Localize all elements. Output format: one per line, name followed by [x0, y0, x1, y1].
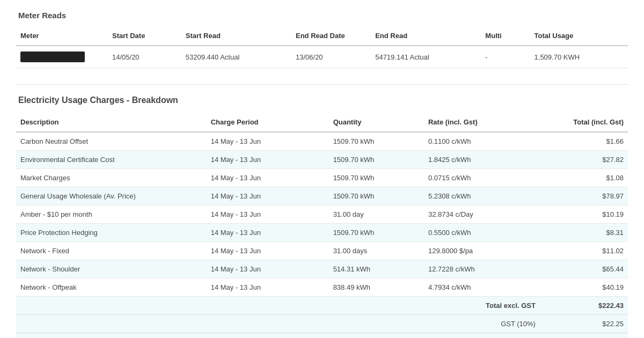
electricity-charges-title: Electricity Usage Charges - Breakdown	[16, 95, 628, 105]
summary-total-incl-gst-row: Total incl. GST $244.68	[16, 333, 628, 339]
meter-col-header-endreaddate: End Read Date	[291, 26, 371, 46]
gst-amount: $22.25	[546, 315, 628, 333]
meter-table-row: 14/05/20 53209.440 Actual 13/06/20 54719…	[16, 46, 628, 68]
charge-quantity: 1509.70 kWh	[329, 151, 424, 169]
section-divider	[16, 84, 628, 85]
charge-row: Network - Offpeak 14 May - 13 Jun 838.49…	[16, 278, 628, 297]
charge-rate: 1.8425 c/kWh	[424, 151, 546, 169]
meter-col-header-multi: Multi	[481, 26, 530, 46]
col-header-description: Description	[16, 113, 207, 132]
charge-period: 14 May - 13 Jun	[207, 242, 329, 260]
summary-empty-1	[16, 297, 424, 315]
charge-total: $40.19	[546, 278, 628, 297]
meter-start-read: 53209.440 Actual	[181, 46, 291, 68]
charge-quantity: 31.00 days	[329, 242, 424, 260]
charge-period: 14 May - 13 Jun	[207, 224, 329, 242]
charge-description: Price Protection Hedging	[16, 224, 207, 242]
charge-total: $8.31	[546, 224, 628, 242]
charge-description: Network - Offpeak	[16, 278, 207, 297]
charge-rate: 32.8734 c/Day	[424, 205, 546, 224]
charge-quantity: 31.00 day	[329, 205, 424, 224]
charge-period: 14 May - 13 Jun	[207, 151, 329, 169]
charge-period: 14 May - 13 Jun	[207, 187, 329, 205]
meter-col-header-endread: End Read	[371, 26, 481, 46]
charge-row: Price Protection Hedging 14 May - 13 Jun…	[16, 224, 628, 242]
total-incl-gst-amount: $244.68	[546, 333, 628, 339]
charge-period: 14 May - 13 Jun	[207, 260, 329, 278]
charges-table: Description Charge Period Quantity Rate …	[16, 113, 628, 338]
col-header-period: Charge Period	[207, 113, 329, 132]
meter-total-usage: 1,509.70 KWH	[530, 46, 628, 68]
charge-row: General Usage Wholesale (Av. Price) 14 M…	[16, 187, 628, 205]
charge-description: General Usage Wholesale (Av. Price)	[16, 187, 207, 205]
charge-quantity: 1509.70 kWh	[329, 187, 424, 205]
charge-quantity: 514.31 kWh	[329, 260, 424, 278]
total-excl-gst-amount: $222.43	[546, 297, 628, 315]
col-header-rate: Rate (incl. Gst)	[424, 113, 546, 132]
summary-gst-row: GST (10%) $22.25	[16, 315, 628, 333]
meter-col-header-totalusage: Total Usage	[530, 26, 628, 46]
meter-col-header-meter: Meter	[16, 26, 108, 46]
charge-description: Network - Fixed	[16, 242, 207, 260]
charge-period: 14 May - 13 Jun	[207, 278, 329, 297]
total-incl-gst-label: Total incl. GST	[424, 333, 546, 339]
charge-quantity: 1509.70 kWh	[329, 224, 424, 242]
charge-rate: 0.1100 c/kWh	[424, 132, 546, 151]
charge-period: 14 May - 13 Jun	[207, 132, 329, 151]
summary-empty-3	[16, 333, 424, 339]
charge-total: $27.82	[546, 151, 628, 169]
charge-row: Market Charges 14 May - 13 Jun 1509.70 k…	[16, 169, 628, 187]
charge-rate: 12.7228 c/kWh	[424, 260, 546, 278]
summary-total-excl-gst-row: Total excl. GST $222.43	[16, 297, 628, 315]
charges-table-header-row: Description Charge Period Quantity Rate …	[16, 113, 628, 132]
meter-col-header-startread: Start Read	[181, 26, 291, 46]
meter-reads-table: Meter Start Date Start Read End Read Dat…	[16, 26, 628, 68]
charge-total: $1.66	[546, 132, 628, 151]
col-header-quantity: Quantity	[329, 113, 424, 132]
charge-rate: 5.2308 c/kWh	[424, 187, 546, 205]
charge-rate: 4.7934 c/kWh	[424, 278, 546, 297]
charge-total: $1.08	[546, 169, 628, 187]
charge-quantity: 1509.70 kWh	[329, 169, 424, 187]
meter-start-date: 14/05/20	[108, 46, 181, 68]
charge-description: Amber - $10 per month	[16, 205, 207, 224]
charge-total: $11.02	[546, 242, 628, 260]
charge-rate: 0.5500 c/kWh	[424, 224, 546, 242]
charge-row: Network - Shoulder 14 May - 13 Jun 514.3…	[16, 260, 628, 278]
charge-total: $78.97	[546, 187, 628, 205]
charge-period: 14 May - 13 Jun	[207, 169, 329, 187]
meter-end-read: 54719.141 Actual	[371, 46, 481, 68]
charge-total: $10.19	[546, 205, 628, 224]
meter-col-header-startdate: Start Date	[108, 26, 181, 46]
summary-empty-2	[16, 315, 424, 333]
col-header-total: Total (incl. Gst)	[546, 113, 628, 132]
charge-quantity: 838.49 kWh	[329, 278, 424, 297]
charge-rate: 129.8000 $/pa	[424, 242, 546, 260]
charge-row: Environmental Certificate Cost 14 May - …	[16, 151, 628, 169]
charge-description: Carbon Neutral Offset	[16, 132, 207, 151]
meter-reads-section: Meter Reads Meter Start Date Start Read …	[16, 11, 628, 68]
meter-end-read-date: 13/06/20	[291, 46, 371, 68]
meter-id-cell	[16, 46, 108, 68]
electricity-charges-section: Electricity Usage Charges - Breakdown De…	[16, 95, 628, 338]
meter-table-header-row: Meter Start Date Start Read End Read Dat…	[16, 26, 628, 46]
charge-period: 14 May - 13 Jun	[207, 205, 329, 224]
charge-description: Environmental Certificate Cost	[16, 151, 207, 169]
charge-rate: 0.0715 c/kWh	[424, 169, 546, 187]
gst-label: GST (10%)	[424, 315, 546, 333]
meter-multi: -	[481, 46, 530, 68]
meter-reads-title: Meter Reads	[16, 11, 628, 20]
charge-row: Carbon Neutral Offset 14 May - 13 Jun 15…	[16, 132, 628, 151]
charge-total: $65.44	[546, 260, 628, 278]
total-excl-gst-label: Total excl. GST	[424, 297, 546, 315]
charge-row: Amber - $10 per month 14 May - 13 Jun 31…	[16, 205, 628, 224]
meter-id-redacted	[20, 52, 85, 62]
charge-description: Network - Shoulder	[16, 260, 207, 278]
charge-row: Network - Fixed 14 May - 13 Jun 31.00 da…	[16, 242, 628, 260]
charge-description: Market Charges	[16, 169, 207, 187]
charge-quantity: 1509.70 kWh	[329, 132, 424, 151]
